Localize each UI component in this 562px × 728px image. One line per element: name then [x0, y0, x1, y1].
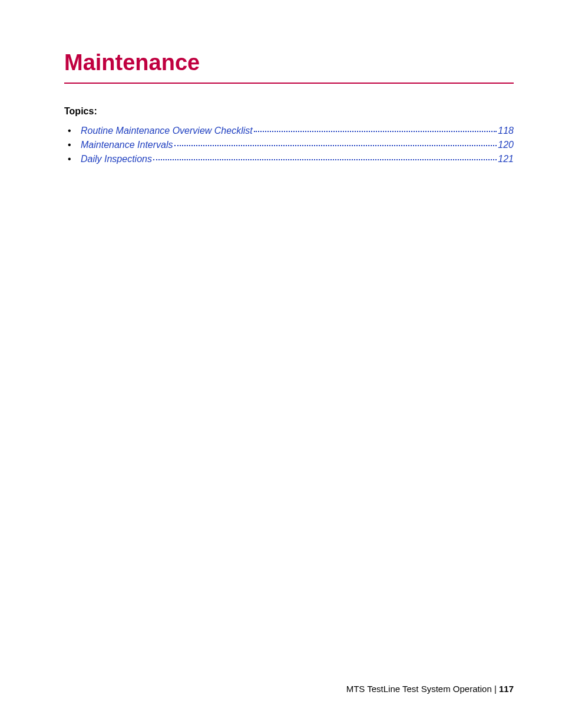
toc-dots: [174, 145, 497, 146]
toc-item[interactable]: Maintenance Intervals 120: [68, 140, 514, 150]
toc-item-title: Daily Inspections: [81, 154, 152, 164]
footer-text: MTS TestLine Test System Operation |: [346, 684, 499, 694]
toc-item-page: 121: [498, 154, 514, 164]
document-page: Maintenance Topics: Routine Maintenance …: [0, 0, 562, 728]
toc-item-page: 118: [498, 126, 514, 136]
toc-dots: [254, 131, 497, 132]
toc-item[interactable]: Daily Inspections 121: [68, 154, 514, 164]
toc-list: Routine Maintenance Overview Checklist 1…: [68, 126, 514, 164]
chapter-title: Maintenance: [64, 47, 514, 84]
toc-item-title: Maintenance Intervals: [81, 140, 173, 150]
page-footer: MTS TestLine Test System Operation | 117: [346, 684, 514, 694]
toc-item[interactable]: Routine Maintenance Overview Checklist 1…: [68, 126, 514, 136]
topics-label: Topics:: [64, 106, 514, 117]
toc-item-title: Routine Maintenance Overview Checklist: [81, 126, 253, 136]
footer-page-number: 117: [499, 684, 514, 694]
toc-item-page: 120: [498, 140, 514, 150]
toc-dots: [153, 159, 497, 160]
